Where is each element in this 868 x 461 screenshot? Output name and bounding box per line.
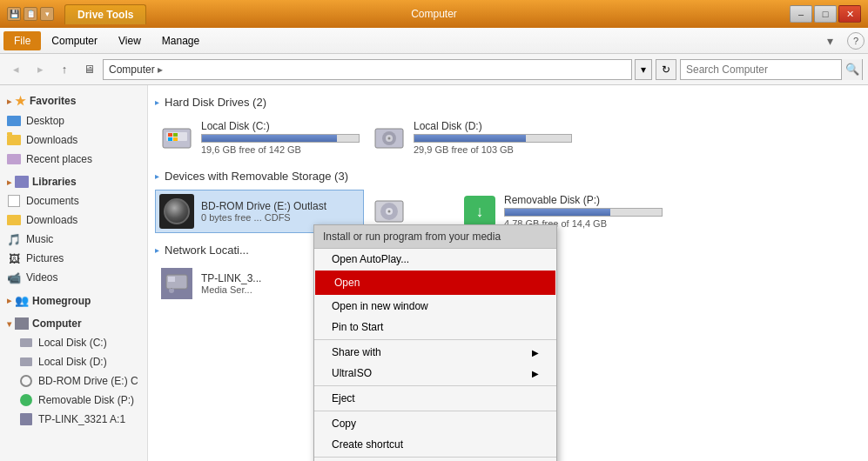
ctx-item-open-new-window[interactable]: Open in new window	[314, 296, 556, 317]
sidebar-homegroup-header[interactable]: ▸ 👥 Homegroup	[0, 291, 147, 311]
d-drive-free: 29,9 GB free of 103 GB	[414, 144, 572, 155]
d-drive-hdd-icon	[372, 122, 407, 153]
ctx-item-create-shortcut[interactable]: Create shortcut	[314, 434, 556, 455]
sidebar-item-e-drive[interactable]: BD-ROM Drive (E:) C	[0, 371, 147, 391]
sidebar-item-recent[interactable]: Recent places	[0, 150, 147, 169]
search-input[interactable]	[681, 63, 841, 76]
maximize-button[interactable]: □	[814, 5, 837, 23]
menu-tab-manage[interactable]: Manage	[151, 31, 210, 50]
ctx-item-open[interactable]: Open	[315, 271, 555, 295]
videos-icon: 📹	[7, 271, 21, 284]
d-drive-item[interactable]: Local Disk (D:) 29,9 GB free of 103 GB	[367, 116, 576, 159]
folder-blue-icon	[7, 114, 21, 128]
c-drive-bar	[202, 135, 337, 142]
sidebar-label-videos: Videos	[26, 271, 57, 284]
homegroup-arrow-icon: ▸	[7, 296, 11, 305]
svg-rect-3	[173, 133, 178, 137]
ctx-ultraiso-label: UltraISO	[332, 367, 372, 379]
sidebar-item-desktop[interactable]: Desktop	[0, 111, 147, 130]
sidebar-favorites-header[interactable]: ▸ ★ Favorites	[0, 90, 147, 111]
svg-rect-4	[168, 137, 172, 141]
c-drive-item[interactable]: Local Disk (C:) 19,6 GB free of 142 GB	[155, 116, 364, 159]
quick-access-icon-2[interactable]: 📋	[24, 7, 37, 21]
ctx-item-open-autoplay[interactable]: Open AutoPlay...	[314, 249, 556, 270]
address-bar: ◂ ▸ ↑ 🖥 Computer ▸ ▾ ↻ 🔍	[0, 54, 868, 85]
ctx-item-pin-start[interactable]: Pin to Start	[314, 317, 556, 337]
libraries-icon	[15, 176, 29, 188]
address-path[interactable]: Computer ▸	[103, 59, 632, 80]
removable-disk-bar	[505, 209, 610, 216]
breadcrumb-arrow: ▸	[158, 63, 163, 76]
window-title: Computer	[411, 8, 457, 20]
context-menu-header: Install or run program from your media	[314, 225, 556, 249]
title-bar-left: 💾 📋 ▾ Drive Tools	[7, 4, 146, 23]
bd-rom-sub: 0 bytes free ... CDFS	[201, 212, 360, 223]
d-drive-info: Local Disk (D:) 29,9 GB free of 103 GB	[414, 120, 572, 155]
menu-tab-view[interactable]: View	[108, 31, 151, 50]
sidebar-homegroup-section: ▸ 👥 Homegroup	[0, 291, 147, 311]
sidebar-computer-header[interactable]: ▾ Computer	[0, 314, 147, 333]
window-controls: – □ ✕	[790, 5, 861, 23]
removable-disk-bar-container	[504, 208, 663, 217]
sidebar-item-music[interactable]: 🎵 Music	[0, 230, 147, 249]
p-drive-icon	[19, 393, 33, 407]
forward-button[interactable]: ▸	[30, 59, 50, 80]
bd-rom-info: BD-ROM Drive (E:) Outlast 0 bytes free .…	[201, 200, 360, 223]
svg-rect-2	[168, 133, 172, 137]
help-button[interactable]: ?	[847, 32, 865, 50]
ctx-share-arrow-icon: ▶	[532, 348, 539, 357]
minimize-button[interactable]: –	[790, 5, 812, 23]
d-drive-bar-container	[414, 134, 572, 143]
address-icon: 🖥	[78, 59, 99, 80]
removable-arrow-icon: ▸	[155, 171, 159, 181]
back-button[interactable]: ◂	[5, 59, 26, 80]
removable-section-header: ▸ Devices with Removable Storage (3)	[155, 170, 861, 183]
removable-disk-info: Removable Disk (P:) 4,78 GB free of 14,4…	[504, 194, 663, 229]
svg-point-13	[388, 210, 391, 213]
drive-tools-tab[interactable]: Drive Tools	[64, 4, 146, 24]
ctx-item-copy[interactable]: Copy	[314, 413, 556, 434]
address-dropdown[interactable]: ▾	[635, 59, 652, 80]
refresh-button[interactable]: ↻	[656, 59, 676, 80]
removable-disk-icon: ↓	[462, 196, 497, 227]
menu-tab-file[interactable]: File	[3, 31, 41, 50]
downloads-icon	[7, 213, 21, 227]
close-button[interactable]: ✕	[838, 5, 861, 23]
sidebar-libraries-header[interactable]: ▸ Libraries	[0, 172, 147, 191]
sidebar-item-downloads-fav[interactable]: Downloads	[0, 130, 147, 150]
sidebar-item-d-drive[interactable]: Local Disk (D:)	[0, 352, 147, 371]
recent-icon	[7, 152, 21, 166]
menu-expand-button[interactable]: ▾	[820, 30, 840, 51]
homegroup-label: Homegroup	[32, 295, 91, 307]
quick-access-dropdown[interactable]: ▾	[40, 7, 54, 21]
music-icon: 🎵	[7, 232, 21, 246]
sidebar-item-downloads-lib[interactable]: Downloads	[0, 210, 147, 230]
ctx-item-share-with[interactable]: Share with ▶	[314, 342, 556, 363]
sidebar-item-tplink[interactable]: TP-LINK_3321 A:1	[0, 410, 147, 429]
sidebar-item-p-drive[interactable]: Removable Disk (P:)	[0, 391, 147, 410]
up-button[interactable]: ↑	[54, 59, 75, 80]
ctx-item-ultraiso[interactable]: UltraISO ▶	[314, 363, 556, 384]
bd-rw-icon	[372, 196, 407, 227]
c-drive-icon	[19, 336, 33, 350]
sidebar-item-videos[interactable]: 📹 Videos	[0, 268, 147, 287]
sidebar: ▸ ★ Favorites Desktop Downloads Recent p…	[0, 85, 148, 461]
sidebar-label-tplink: TP-LINK_3321 A:1	[38, 413, 125, 425]
docs-icon	[7, 194, 21, 208]
e-drive-icon	[19, 374, 33, 388]
quick-access-icon-1[interactable]: 💾	[7, 7, 21, 21]
ctx-separator-2	[314, 385, 556, 386]
ctx-share-label: Share with	[332, 346, 381, 358]
search-icon[interactable]: 🔍	[841, 59, 862, 80]
d-drive-name: Local Disk (D:)	[414, 120, 572, 132]
sidebar-item-documents[interactable]: Documents	[0, 191, 147, 210]
sidebar-label-p: Removable Disk (P:)	[38, 394, 134, 406]
ctx-item-eject[interactable]: Eject	[314, 388, 556, 409]
menu-tab-computer[interactable]: Computer	[41, 31, 108, 50]
hard-disk-section-title: Hard Disk Drives (2)	[165, 96, 266, 109]
ctx-separator-1	[314, 339, 556, 340]
menu-bar-right: ▾ ?	[820, 30, 865, 51]
sidebar-item-c-drive[interactable]: Local Disk (C:)	[0, 333, 147, 352]
libraries-arrow-icon: ▸	[7, 177, 11, 187]
sidebar-item-pictures[interactable]: 🖼 Pictures	[0, 249, 147, 268]
